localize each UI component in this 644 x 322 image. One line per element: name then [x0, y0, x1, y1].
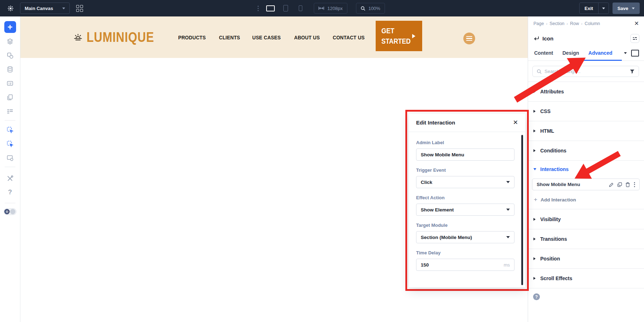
breadcrumb-separator: › [581, 21, 582, 26]
copy-pages-icon[interactable] [4, 90, 16, 104]
desktop-view-icon[interactable] [266, 4, 275, 13]
tools-icon[interactable] [4, 171, 16, 185]
breadcrumb-row[interactable]: Row [570, 21, 579, 26]
exit-dropdown-toggle[interactable] [598, 3, 609, 14]
canvas-selector-dropdown[interactable]: Main Canvas [20, 3, 70, 14]
interaction-more-kebab-icon[interactable] [633, 182, 636, 187]
visual-builder-app: Main Canvas 1208px [0, 0, 644, 322]
toggle-gear-icon: ⚙ [4, 209, 10, 214]
chevron-down-icon[interactable] [624, 52, 627, 54]
admin-label-input[interactable]: Show Mobile Menu [416, 148, 514, 161]
nav-item-products[interactable]: PRODUCTS [178, 34, 206, 40]
get-started-label: GET STARTED [381, 26, 409, 47]
options-list-icon[interactable] [4, 104, 16, 118]
caret-right-icon [533, 277, 536, 280]
caret-right-icon [533, 130, 536, 132]
target-module-select[interactable]: Section (Mobile Menu) [416, 231, 514, 243]
add-module-button[interactable]: + [4, 21, 16, 33]
section-interactions-expanded: Interactions Show Mobile Menu [528, 160, 644, 209]
admin-label-label: Admin Label [416, 140, 514, 145]
section-interactions[interactable]: Interactions [528, 161, 644, 178]
select-element-active-icon[interactable] [4, 137, 16, 151]
edit-interaction-pencil-icon[interactable] [609, 182, 614, 187]
viewport-width-control[interactable]: 1208px [314, 3, 347, 14]
exit-button[interactable]: Exit [579, 3, 609, 14]
interaction-row-show-mobile-menu[interactable]: Show Mobile Menu [532, 179, 640, 190]
panel-close-icon[interactable]: ✕ [634, 21, 639, 26]
breadcrumb-section[interactable]: Section [550, 21, 565, 26]
back-to-parent-icon[interactable] [533, 36, 539, 41]
zoom-control[interactable]: 100% [356, 3, 385, 14]
builder-settings-gear-icon[interactable] [6, 4, 15, 13]
database-icon[interactable] [4, 62, 16, 76]
toggle-off-knob [10, 209, 15, 214]
save-button[interactable]: Save [613, 3, 640, 14]
caret-right-icon [533, 218, 536, 221]
settings-tabs: Content Design Advanced [528, 46, 644, 61]
nav-item-about-us[interactable]: ABOUT US [294, 34, 320, 40]
nav-item-contact-us[interactable]: CONTACT US [333, 34, 365, 40]
element-header: Icon [528, 31, 644, 46]
time-delay-label: Time Delay [416, 250, 514, 255]
field-card-icon[interactable] [4, 76, 16, 90]
exit-button-label: Exit [580, 6, 598, 11]
builder-left-sidebar: + [0, 16, 20, 322]
section-html[interactable]: HTML [528, 121, 644, 141]
tablet-view-icon[interactable] [281, 4, 290, 13]
breadcrumb-separator: › [546, 21, 547, 26]
get-started-button[interactable]: GET STARTED [376, 21, 422, 51]
trigger-event-label: Trigger Event [416, 167, 514, 173]
panel-help-icon[interactable]: ? [533, 293, 540, 300]
sunrise-logo-icon [73, 33, 83, 42]
modal-close-icon[interactable]: ✕ [513, 119, 518, 126]
modal-header: Edit Interaction ✕ [409, 113, 525, 132]
delete-interaction-trash-icon[interactable] [625, 182, 630, 187]
select-caret-icon [506, 209, 510, 211]
modal-scrollbar[interactable] [521, 135, 523, 285]
site-logo[interactable]: LUMINIQUE [73, 16, 166, 58]
breadcrumb-column[interactable]: Column [585, 21, 600, 26]
layout-grid-icon[interactable] [75, 4, 84, 13]
element-title: Icon [542, 35, 553, 42]
nav-item-use-cases[interactable]: USE CASES [252, 34, 281, 40]
settings-search-input[interactable] [545, 69, 627, 74]
filter-funnel-icon[interactable] [630, 69, 635, 74]
trigger-event-select[interactable]: Click [416, 176, 514, 188]
tab-content[interactable]: Content [534, 50, 553, 57]
add-interaction-button[interactable]: + Add Interaction [534, 196, 644, 203]
section-visibility[interactable]: Visibility [528, 209, 644, 229]
phone-view-icon[interactable] [296, 4, 305, 13]
mobile-menu-hamburger-icon[interactable] [463, 33, 475, 44]
nav-item-clients[interactable]: CLIENTS [219, 34, 240, 40]
module-settings-icon[interactable] [4, 151, 16, 165]
section-css[interactable]: CSS [528, 101, 644, 121]
section-scroll-effects[interactable]: Scroll Effects [528, 268, 644, 288]
select-element-icon[interactable] [4, 123, 16, 137]
effect-action-select[interactable]: Show Element [416, 204, 514, 216]
design-presets-icon[interactable] [4, 48, 16, 62]
help-icon[interactable]: ? [4, 185, 16, 199]
builder-mode-toggle[interactable]: ⚙ [4, 208, 16, 215]
layers-icon[interactable] [4, 34, 16, 48]
section-attributes[interactable]: Attributes [528, 82, 644, 101]
zoom-value: 100% [369, 6, 380, 11]
more-options-kebab-icon[interactable] [258, 6, 259, 11]
section-position[interactable]: Position [528, 249, 644, 268]
settings-search-row [528, 61, 644, 82]
time-delay-input[interactable]: 150 ms [416, 259, 514, 271]
settings-panel: Page › Section › Row › Column ✕ Icon [528, 16, 644, 322]
duplicate-interaction-icon[interactable] [617, 182, 622, 187]
breadcrumb-page[interactable]: Page [533, 21, 544, 26]
desktop-preview-icon[interactable] [631, 50, 639, 57]
breadcrumb: Page › Section › Row › Column ✕ [528, 16, 644, 31]
time-delay-unit: ms [504, 262, 510, 268]
chevron-down-icon [632, 8, 635, 9]
tab-advanced[interactable]: Advanced [589, 50, 613, 57]
tab-design[interactable]: Design [562, 50, 579, 57]
caret-down-icon [533, 168, 536, 170]
section-conditions[interactable]: Conditions [528, 141, 644, 160]
section-transitions[interactable]: Transitions [528, 229, 644, 249]
builder-topbar: Main Canvas 1208px [0, 0, 644, 16]
site-header-section: LUMINIQUE PRODUCTS CLIENTS USE CASES ABO… [20, 16, 528, 58]
element-options-icon[interactable] [630, 34, 639, 43]
